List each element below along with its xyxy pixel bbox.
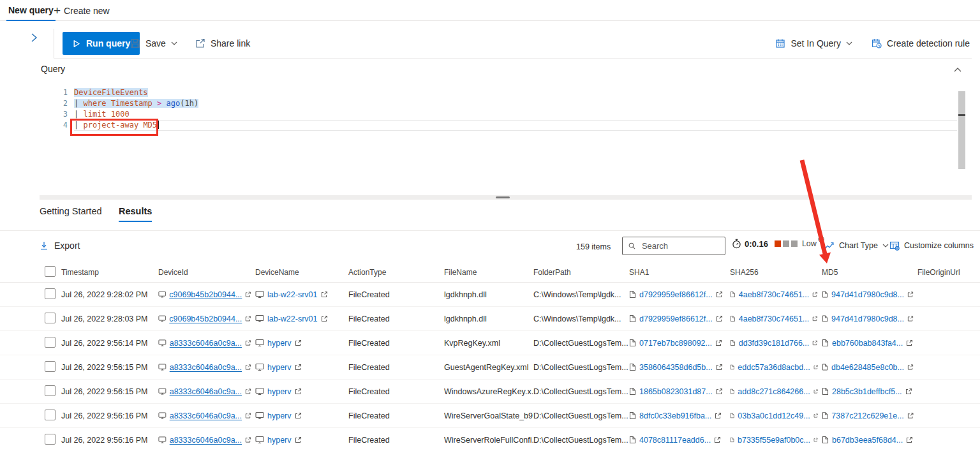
column-header-actiontype[interactable]: ActionType xyxy=(348,268,444,277)
open-in-new-icon[interactable] xyxy=(295,436,302,443)
open-in-new-icon[interactable] xyxy=(716,315,723,322)
md5-link[interactable]: ebb760bab843fa4... xyxy=(832,339,903,348)
collapse-query-chevron[interactable] xyxy=(954,68,961,72)
row-checkbox[interactable] xyxy=(45,410,56,420)
sha256-link[interactable]: dd3fd39c181d766... xyxy=(739,339,810,348)
device-name-link[interactable]: hyperv xyxy=(267,339,292,348)
sha256-link[interactable]: add8c271c864266... xyxy=(738,387,810,396)
open-in-new-icon[interactable] xyxy=(245,388,251,395)
search-box[interactable] xyxy=(622,237,725,255)
sha256-link[interactable]: 4aeb8f730c74651... xyxy=(739,290,810,299)
column-header-deviceid[interactable]: DeviceId xyxy=(158,268,255,277)
open-in-new-icon[interactable] xyxy=(245,412,251,419)
open-in-new-icon[interactable] xyxy=(813,436,818,443)
open-in-new-icon[interactable] xyxy=(812,315,818,322)
open-in-new-icon[interactable] xyxy=(714,436,721,443)
open-in-new-icon[interactable] xyxy=(716,291,723,298)
device-name-link[interactable]: hyperv xyxy=(267,411,292,420)
sha1-link[interactable]: 3586064358d6d5b... xyxy=(639,363,713,372)
code-line[interactable]: 3| limit 1000 xyxy=(51,109,957,120)
sha256-link[interactable]: b7335f55e9af0b0c... xyxy=(738,436,810,445)
create-detection-rule-button[interactable]: Create detection rule xyxy=(872,38,970,48)
panel-resize-splitter[interactable] xyxy=(40,195,972,200)
open-in-new-icon[interactable] xyxy=(245,364,251,371)
tab-new-query[interactable]: New query xyxy=(6,0,56,21)
open-in-new-icon[interactable] xyxy=(907,291,914,298)
row-checkbox[interactable] xyxy=(45,288,56,299)
expand-schema-panel-button[interactable] xyxy=(29,33,41,44)
tab-getting-started[interactable]: Getting Started xyxy=(40,206,102,221)
md5-link[interactable]: db4e628485e8c0b... xyxy=(831,363,904,372)
open-in-new-icon[interactable] xyxy=(245,436,251,443)
open-in-new-icon[interactable] xyxy=(812,339,818,346)
export-button[interactable]: Export xyxy=(40,240,80,251)
tab-results[interactable]: Results xyxy=(119,206,152,222)
row-checkbox[interactable] xyxy=(45,337,56,348)
row-checkbox[interactable] xyxy=(45,434,56,445)
open-in-new-icon[interactable] xyxy=(813,412,818,419)
open-in-new-icon[interactable] xyxy=(715,339,722,346)
share-link-button[interactable]: Share link xyxy=(195,38,250,48)
device-name-link[interactable]: hyperv xyxy=(267,363,292,372)
row-checkbox[interactable] xyxy=(45,361,56,372)
open-in-new-icon[interactable] xyxy=(245,339,251,346)
open-in-new-icon[interactable] xyxy=(716,364,723,371)
open-in-new-icon[interactable] xyxy=(295,412,302,419)
tab-create-new[interactable]: + Create new xyxy=(54,0,110,21)
open-in-new-icon[interactable] xyxy=(321,291,328,298)
open-in-new-icon[interactable] xyxy=(245,291,251,298)
open-in-new-icon[interactable] xyxy=(906,436,913,443)
open-in-new-icon[interactable] xyxy=(715,412,722,419)
row-checkbox[interactable] xyxy=(45,313,56,323)
row-checkbox[interactable] xyxy=(45,385,56,396)
device-name-link[interactable]: lab-w22-srv01 xyxy=(267,290,318,299)
device-name-link[interactable]: lab-w22-srv01 xyxy=(267,314,318,323)
open-in-new-icon[interactable] xyxy=(813,364,818,371)
sha1-link[interactable]: d7929959ef86612f... xyxy=(639,314,713,323)
open-in-new-icon[interactable] xyxy=(905,388,912,395)
set-in-query-button[interactable]: Set In Query xyxy=(775,38,852,48)
md5-link[interactable]: b67db3eea5f68d4... xyxy=(832,436,903,445)
md5-link[interactable]: 947d41d7980c9d8... xyxy=(831,314,904,323)
device-id-link[interactable]: c9069b45b2b0944... xyxy=(169,290,242,299)
column-header-filename[interactable]: FileName xyxy=(444,268,533,277)
table-row[interactable]: Jul 26, 2022 9:28:03 PM c9069b45b2b0944.… xyxy=(0,307,980,331)
customize-columns-button[interactable]: Customize columns xyxy=(889,240,974,251)
device-name-link[interactable]: hyperv xyxy=(267,436,292,445)
code-line[interactable]: 1DeviceFileEvents xyxy=(51,87,957,98)
code-line[interactable]: 2| where Timestamp > ago(1h) xyxy=(51,98,957,109)
column-header-md5[interactable]: MD5 xyxy=(822,268,917,277)
open-in-new-icon[interactable] xyxy=(295,388,302,395)
open-in-new-icon[interactable] xyxy=(295,364,302,371)
column-header-fileoriginurl[interactable]: FileOriginUrl xyxy=(917,268,980,277)
device-id-link[interactable]: a8333c6046a0c9a... xyxy=(170,411,242,420)
open-in-new-icon[interactable] xyxy=(716,388,723,395)
table-row[interactable]: Jul 26, 2022 9:28:02 PM c9069b45b2b0944.… xyxy=(0,283,980,307)
chart-type-button[interactable]: Chart Type xyxy=(824,240,889,250)
table-row[interactable]: Jul 26, 2022 9:56:16 PM a8333c6046a0c9a.… xyxy=(0,428,980,451)
table-row[interactable]: Jul 26, 2022 9:56:15 PM a8333c6046a0c9a.… xyxy=(0,380,980,404)
open-in-new-icon[interactable] xyxy=(812,291,818,298)
kql-query-editor[interactable]: 1DeviceFileEvents 2| where Timestamp > a… xyxy=(51,87,957,131)
open-in-new-icon[interactable] xyxy=(907,364,914,371)
open-in-new-icon[interactable] xyxy=(907,412,914,419)
open-in-new-icon[interactable] xyxy=(321,315,328,322)
table-row[interactable]: Jul 26, 2022 9:56:15 PM a8333c6046a0c9a.… xyxy=(0,355,980,380)
column-header-devicename[interactable]: DeviceName xyxy=(255,268,348,277)
sha1-link[interactable]: 0717eb7bc898092... xyxy=(639,339,712,348)
select-all-checkbox[interactable] xyxy=(45,266,56,277)
open-in-new-icon[interactable] xyxy=(906,339,913,346)
search-input[interactable] xyxy=(641,240,719,251)
md5-link[interactable]: 947d41d7980c9d8... xyxy=(831,290,904,299)
table-row[interactable]: Jul 26, 2022 9:56:14 PM a8333c6046a0c9a.… xyxy=(0,331,980,355)
sha1-link[interactable]: 8dfc0c33eb916fba... xyxy=(639,411,711,420)
sha256-link[interactable]: eddc57a36d8acbd... xyxy=(738,363,810,372)
sha1-link[interactable]: d7929959ef86612f... xyxy=(639,290,713,299)
save-button[interactable]: Save xyxy=(130,38,177,48)
column-header-sha256[interactable]: SHA256 xyxy=(730,268,822,277)
editor-scrollbar[interactable] xyxy=(958,91,965,169)
info-icon[interactable] xyxy=(818,236,824,242)
sha256-link[interactable]: 4aeb8f730c74651... xyxy=(739,314,810,323)
device-name-link[interactable]: hyperv xyxy=(267,387,292,396)
column-header-sha1[interactable]: SHA1 xyxy=(629,268,730,277)
